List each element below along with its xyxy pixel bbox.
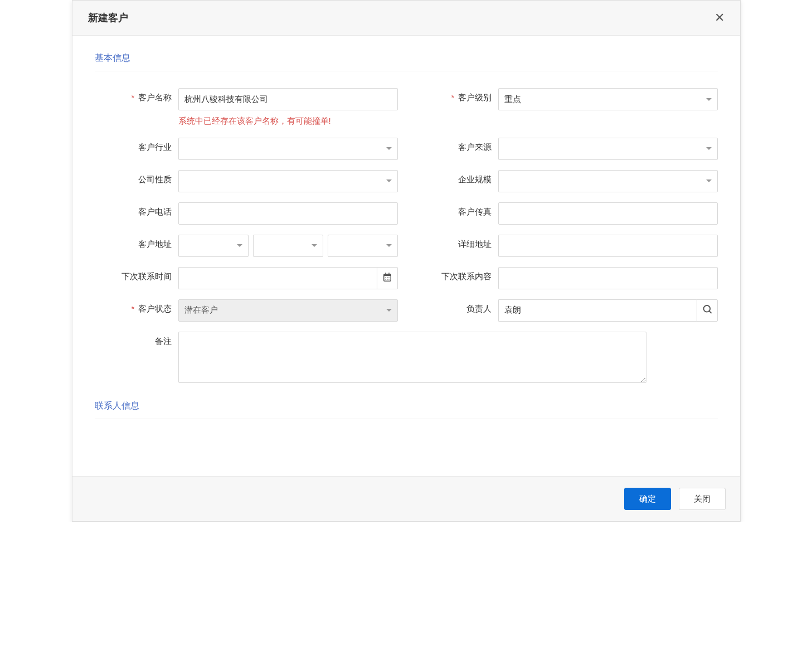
company-scale-select[interactable]	[498, 170, 718, 192]
label-customer-phone: 客户电话	[95, 202, 178, 217]
label-company-scale: 企业规模	[415, 170, 498, 185]
next-contact-content-input[interactable]	[498, 267, 718, 289]
customer-fax-input[interactable]	[498, 202, 718, 225]
row-customer-phone: 客户电话	[95, 202, 398, 225]
modal-header: 新建客户 ✕	[72, 1, 740, 36]
chevron-down-icon	[706, 98, 712, 101]
row-company-scale: 企业规模	[415, 170, 718, 192]
row-customer-fax: 客户传真	[415, 202, 718, 225]
calendar-icon	[383, 273, 392, 283]
remark-textarea[interactable]	[178, 332, 646, 383]
customer-phone-input[interactable]	[178, 202, 398, 225]
customer-source-select[interactable]	[498, 138, 718, 160]
customer-name-input[interactable]	[178, 88, 398, 110]
label-customer-status: * 客户状态	[95, 299, 178, 314]
chevron-down-icon	[706, 147, 712, 150]
owner-search-button[interactable]	[697, 299, 718, 322]
row-next-contact-content: 下次联系内容	[415, 267, 718, 289]
row-owner: 负责人	[415, 299, 718, 322]
row-customer-status: * 客户状态 潜在客户	[95, 299, 398, 322]
detail-address-input[interactable]	[498, 235, 718, 257]
row-customer-level: * 客户级别 重点	[415, 88, 718, 128]
customer-industry-select[interactable]	[178, 138, 398, 160]
label-next-contact-content: 下次联系内容	[415, 267, 498, 282]
label-customer-level: * 客户级别	[415, 88, 498, 103]
chevron-down-icon	[386, 179, 392, 182]
next-contact-time-input[interactable]	[178, 267, 377, 289]
address-city-select[interactable]	[253, 235, 323, 257]
required-icon: *	[131, 304, 134, 313]
label-customer-industry: 客户行业	[95, 138, 178, 153]
address-province-select[interactable]	[178, 235, 249, 257]
modal-title: 新建客户	[88, 11, 128, 25]
customer-level-select[interactable]: 重点	[498, 88, 718, 110]
chevron-down-icon	[237, 244, 242, 247]
new-customer-modal: 新建客户 ✕ 基本信息 * 客户名称 系统中已经存在该客户名称，有可能撞单! *…	[72, 0, 741, 522]
label-detail-address: 详细地址	[415, 235, 498, 250]
label-customer-address: 客户地址	[95, 235, 178, 250]
chevron-down-icon	[386, 309, 392, 312]
chevron-down-icon	[386, 147, 392, 150]
chevron-down-icon	[312, 244, 317, 247]
label-owner: 负责人	[415, 299, 498, 314]
label-company-nature: 公司性质	[95, 170, 178, 185]
chevron-down-icon	[706, 179, 712, 182]
customer-name-error: 系统中已经存在该客户名称，有可能撞单!	[178, 115, 398, 128]
label-customer-fax: 客户传真	[415, 202, 498, 217]
close-icon[interactable]: ✕	[711, 11, 728, 25]
modal-footer: 确定 关闭	[72, 476, 740, 521]
row-next-contact-time: 下次联系时间	[95, 267, 398, 289]
section-basic-info: 基本信息	[95, 52, 718, 71]
row-customer-address: 客户地址	[95, 235, 398, 257]
chevron-down-icon	[386, 244, 392, 247]
owner-input[interactable]	[498, 299, 697, 322]
search-icon	[703, 305, 712, 315]
address-district-select[interactable]	[328, 235, 398, 257]
row-customer-name: * 客户名称 系统中已经存在该客户名称，有可能撞单!	[95, 88, 398, 128]
company-nature-select[interactable]	[178, 170, 398, 192]
form-grid: * 客户名称 系统中已经存在该客户名称，有可能撞单! * 客户级别 重点 客户行…	[95, 88, 718, 395]
row-customer-source: 客户来源	[415, 138, 718, 160]
required-icon: *	[131, 93, 134, 102]
calendar-button[interactable]	[377, 267, 398, 289]
cancel-button[interactable]: 关闭	[679, 488, 726, 510]
label-customer-name: * 客户名称	[95, 88, 178, 103]
label-remark: 备注	[95, 332, 178, 347]
row-detail-address: 详细地址	[415, 235, 718, 257]
section-contact-info: 联系人信息	[95, 400, 718, 419]
label-next-contact-time: 下次联系时间	[95, 267, 178, 282]
label-customer-source: 客户来源	[415, 138, 498, 153]
row-remark: 备注	[95, 332, 718, 385]
modal-body[interactable]: 基本信息 * 客户名称 系统中已经存在该客户名称，有可能撞单! * 客户级别 重…	[72, 36, 740, 476]
ok-button[interactable]: 确定	[624, 488, 671, 510]
customer-status-select[interactable]: 潜在客户	[178, 299, 398, 322]
row-customer-industry: 客户行业	[95, 138, 398, 160]
required-icon: *	[451, 93, 454, 102]
row-company-nature: 公司性质	[95, 170, 398, 192]
address-cascader	[178, 235, 398, 257]
